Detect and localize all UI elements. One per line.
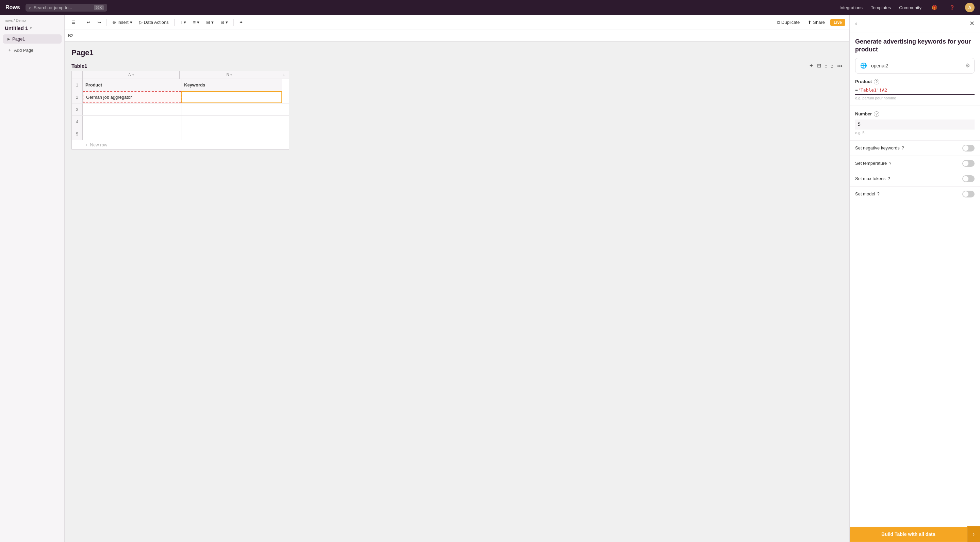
table-row-3: 3 [72,104,289,116]
sheet-area: Page1 Table1 ✦ ⊟ ↕ ⌕ ••• A [65,41,850,542]
top-nav: Rows ⌕ Search or jump to... ⌘K Integrati… [0,0,980,15]
add-page-label: Add Page [14,48,33,53]
formula-input[interactable] [84,33,846,38]
page1-label: Page1 [12,37,25,41]
data-actions-button[interactable]: ▷ Data Actions [137,18,172,26]
share-icon: ⬆ [808,20,811,25]
community-link[interactable]: Community [899,5,921,10]
cell-1b[interactable]: Keywords [181,79,282,91]
sidebar-toggle-button[interactable]: ☰ [69,18,78,26]
content-area: ☰ ↩ ↪ ⊕ Insert ▾ ▷ Data Actions T ▾ ≡ ▾ … [65,15,850,542]
help-icon[interactable]: ❓ [947,3,957,12]
align-button[interactable]: ≡ ▾ [190,18,202,26]
cell-3b[interactable] [181,104,282,115]
toggle-negative-switch[interactable] [962,145,975,151]
add-page-button[interactable]: ＋ Add Page [3,45,62,55]
cell-1a[interactable]: Product [83,79,181,91]
number-hint: e.g. 5 [855,131,975,135]
main-layout: rows / Demo Untitled 1 ▾ ▶ Page1 ＋ Add P… [0,15,980,542]
toggle-temperature: Set temperature ? [850,156,980,171]
number-field: Number ? 5 e.g. 5 [850,111,980,140]
add-col-button[interactable]: + [279,71,289,79]
insert-icon: ⊕ [112,20,116,25]
search-placeholder: Search or jump to... [34,5,72,10]
sidebar-item-page1[interactable]: ▶ Page1 [3,34,62,43]
formula-eq: = [855,87,858,92]
build-table-button[interactable]: Build Table with all data [850,527,967,542]
sidebar-title-text: Untitled 1 [5,25,28,31]
product-hint: e.g. parfum pour homme [855,96,975,100]
share-button[interactable]: ⬆ Share [805,18,827,26]
keyboard-shortcut: ⌘K [94,5,103,10]
toggle-max-tokens-label: Set max tokens ? [855,176,962,181]
number-value: 5 [858,121,861,127]
toggle-model: Set model ? [850,186,980,202]
toggle-model-label: Set model ? [855,191,962,196]
row-num-2: 2 [72,91,83,103]
provider-row: 🌐 openai2 ⚙ [855,58,975,73]
separator-1 [81,19,81,26]
cell-4a[interactable] [83,116,181,128]
col-header-b[interactable]: B ▾ [180,71,279,79]
cell-5a[interactable] [83,128,181,140]
data-actions-icon: ▷ [139,20,143,25]
duplicate-button[interactable]: ⧉ Duplicate [774,18,802,27]
page-title: Page1 [72,48,843,57]
search-bar[interactable]: ⌕ Search or jump to... ⌘K [25,4,107,11]
gift-icon[interactable]: 🎁 [930,3,939,12]
duplicate-icon: ⧉ [777,20,780,25]
sidebar-title[interactable]: Untitled 1 ▾ [0,24,64,34]
row-num-5: 5 [72,128,83,140]
undo-button[interactable]: ↩ [84,18,93,26]
cell-4b[interactable] [181,116,282,128]
font-button[interactable]: T ▾ [177,18,189,26]
provider-gear-icon[interactable]: ⚙ [966,62,970,69]
toggle-max-tokens-switch[interactable] [962,175,975,182]
avatar[interactable]: A [965,3,975,12]
separator-2 [107,19,107,26]
title-chevron-icon: ▾ [30,26,32,30]
cell-2a[interactable]: German job aggregator [83,91,181,103]
toggle-negative-label: Set negative keywords ? [855,145,962,150]
new-row-icon: + [86,142,88,147]
separator-3 [174,19,175,26]
live-badge[interactable]: Live [830,19,845,26]
format-button[interactable]: ⊞ ▾ [204,18,216,26]
table-toolbar: ✦ ⊟ ↕ ⌕ ••• [809,63,843,69]
toggle-model-help-icon[interactable]: ? [877,191,880,196]
toggle-negative-help-icon[interactable]: ? [902,145,904,150]
grid-button[interactable]: ⊟ ▾ [218,18,231,26]
panel-close-button[interactable]: ✕ [969,20,975,27]
cell-3a[interactable] [83,104,181,115]
cell-5b[interactable] [181,128,282,140]
cell-2b[interactable] [181,91,282,103]
redo-button[interactable]: ↪ [95,18,104,26]
toggle-max-tokens-help-icon[interactable]: ? [888,176,890,181]
col-a-dropdown-icon: ▾ [132,73,134,77]
spreadsheet: A ▾ B ▾ + 1 Product Keywords [72,71,289,150]
share-label: Share [813,20,825,25]
col-b-label: B [226,73,229,77]
toggle-temperature-switch[interactable] [962,160,975,167]
table-row-5: 5 [72,128,289,140]
number-help-icon[interactable]: ? [874,111,879,117]
sort-icon[interactable]: ↕ [825,63,827,69]
filter-icon[interactable]: ⊟ [817,63,821,69]
panel-back-button[interactable]: ‹ [855,20,857,27]
ai-icon[interactable]: ✦ [809,63,814,69]
build-table-chevron-button[interactable]: › [967,526,980,542]
templates-link[interactable]: Templates [871,5,891,10]
search-table-icon[interactable]: ⌕ [830,63,834,69]
row-num-3: 3 [72,104,83,115]
integrations-link[interactable]: Integrations [840,5,862,10]
product-help-icon[interactable]: ? [874,79,879,84]
product-field: Product ? ='Table1'!A2 e.g. parfum pour … [850,79,980,105]
more-options-icon[interactable]: ••• [837,63,843,69]
insert-button[interactable]: ⊕ Insert ▾ [110,18,135,26]
toggle-temperature-help-icon[interactable]: ? [889,161,891,166]
toggle-model-switch[interactable] [962,191,975,198]
new-row-button[interactable]: + New row [72,140,289,150]
row-num-header [72,71,83,79]
col-header-a[interactable]: A ▾ [83,71,180,79]
sparkle-button[interactable]: ✦ [237,18,246,26]
